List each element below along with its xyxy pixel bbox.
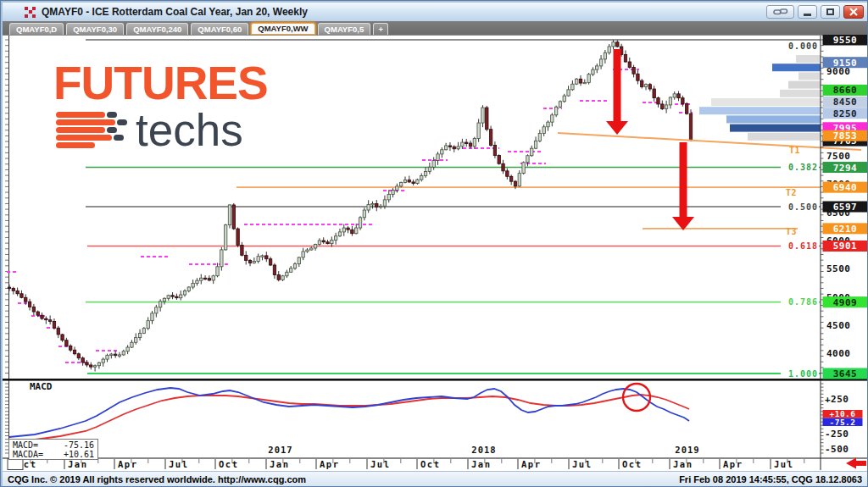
svg-text:2019: 2019 (675, 445, 699, 455)
link-window-icon[interactable] (766, 5, 794, 19)
target-labels: T1T2T3 (786, 146, 800, 236)
copyright-text: CQG Inc. © 2019 All rights reserved worl… (8, 474, 306, 484)
session-timestamp: Fri Feb 08 2019 14:45:55, CQG 18.12.8063 (679, 474, 862, 484)
svg-text:T1: T1 (789, 146, 800, 155)
volume-profile-bar (788, 81, 821, 89)
macd-lines (9, 384, 689, 441)
svg-text:Oct: Oct (622, 459, 642, 469)
volume-profile-bar (780, 90, 821, 97)
red-down-arrow (672, 142, 694, 230)
cqg-app-icon (25, 7, 36, 18)
macd-label-1: MACD= (13, 440, 38, 450)
svg-text:-500: -500 (825, 444, 849, 455)
fib-label-0.382: 0.382 (781, 163, 819, 173)
price-badge-9550: 9550 (823, 35, 868, 46)
svg-text:0.786: 0.786 (788, 297, 818, 307)
macd-badge--75.2: -75.2 (823, 418, 863, 427)
svg-text:Jul: Jul (774, 459, 793, 469)
price-badge-6597: 6597 (823, 202, 868, 213)
window-title: QMAYF0 - ICE Rotterdam Coal Cal Year, Ja… (42, 6, 308, 18)
tab-qmayf0-d[interactable]: QMAYF0,D (9, 23, 64, 35)
fib-level-lines (86, 40, 821, 374)
macd-value-tooltip: MACD= -75.16 MACDA= +10.61 (8, 439, 98, 460)
price-badge-5901: 5901 (823, 241, 868, 252)
volume-profile-bar (772, 64, 821, 71)
panel-separator (3, 379, 867, 381)
macd-average-line (9, 395, 689, 441)
svg-text:Jul: Jul (572, 459, 592, 469)
svg-text:Oct: Oct (420, 459, 440, 469)
svg-text:4000: 4000 (826, 348, 851, 359)
fib-label-0.786: 0.786 (781, 297, 819, 307)
svg-text:6210: 6210 (833, 224, 858, 235)
svg-text:3645: 3645 (833, 368, 858, 379)
svg-text:0.618: 0.618 (788, 241, 818, 251)
svg-text:7294: 7294 (833, 163, 858, 174)
tab-qmayf0-30[interactable]: QMAYF0,30 (66, 23, 124, 35)
fib-label-1.000: 1.000 (781, 368, 819, 379)
chart-client-area: FUTURES techs 90007500700065006000550050… (3, 35, 867, 471)
svg-text:-250: -250 (825, 429, 849, 440)
price-badge-3645: 3645 (823, 368, 868, 380)
svg-text:+250: +250 (825, 394, 849, 405)
x-axis: OctJanAprJulOctJanAprJulOctJanAprJulOctJ… (14, 445, 804, 469)
status-bar: CQG Inc. © 2019 All rights reserved worl… (3, 471, 867, 486)
svg-text:0.500: 0.500 (788, 202, 818, 212)
svg-text:9150: 9150 (833, 58, 858, 69)
svg-text:Jan: Jan (68, 459, 87, 469)
macd-scale: +250-250-500+10.6-75.2 (823, 394, 863, 455)
svg-text:Oct: Oct (219, 459, 238, 469)
svg-text:-75.2: -75.2 (829, 418, 855, 427)
svg-text:Jan: Jan (673, 459, 693, 469)
chart-tab-bar: QMAYF0,DQMAYF0,30QMAYF0,240QMAYF0,60QMAY… (3, 21, 867, 35)
fib-label-0.618: 0.618 (781, 241, 819, 251)
svg-text:5901: 5901 (833, 241, 858, 252)
macd-value-1: -75.16 (64, 440, 94, 450)
svg-text:Apr: Apr (118, 459, 137, 469)
svg-text:8660: 8660 (833, 85, 858, 96)
price-badge-8250: 8250 (823, 108, 868, 119)
volume-profile-bar (796, 55, 821, 63)
fib-label-0.500: 0.500 (781, 202, 819, 212)
svg-text:0.000: 0.000 (788, 42, 818, 51)
restore-button[interactable] (821, 5, 840, 19)
svg-text:Apr: Apr (723, 459, 743, 469)
resistance-lines (236, 187, 821, 229)
app-window: QMAYF0 - ICE Rotterdam Coal Cal Year, Ja… (0, 0, 868, 487)
fib-label-0.000: 0.000 (781, 41, 819, 51)
svg-text:1.000: 1.000 (788, 369, 818, 379)
price-badge-8660: 8660 (823, 85, 868, 97)
svg-text:7853: 7853 (833, 130, 858, 141)
svg-text:6597: 6597 (833, 202, 858, 213)
title-bar[interactable]: QMAYF0 - ICE Rotterdam Coal Cal Year, Ja… (3, 3, 867, 21)
volume-profile-bar (730, 125, 821, 132)
svg-text:T2: T2 (786, 188, 797, 197)
tab-qmayf0-5[interactable]: QMAYF0,5 (318, 23, 371, 35)
price-badge-4909: 4909 (823, 296, 868, 308)
tab-qmayf0-ww[interactable]: QMAYF0,WW (251, 23, 314, 35)
price-badge-6940: 6940 (823, 182, 868, 194)
svg-text:Jul: Jul (370, 459, 390, 469)
svg-text:0.382: 0.382 (788, 163, 818, 172)
scroll-right-edge-arrow-icon (846, 458, 866, 469)
macd-line (9, 388, 689, 437)
close-button[interactable] (843, 5, 864, 19)
add-tab-button[interactable]: + (373, 23, 388, 35)
svg-text:8250: 8250 (833, 108, 858, 119)
svg-text:Jan: Jan (471, 459, 491, 469)
axis-empty-label-box (8, 459, 23, 470)
svg-text:T3: T3 (786, 227, 797, 236)
minimize-button[interactable] (798, 5, 817, 19)
tab-qmayf0-240[interactable]: QMAYF0,240 (126, 23, 188, 35)
tab-qmayf0-60[interactable]: QMAYF0,60 (191, 23, 248, 35)
volume-profile (699, 55, 821, 141)
svg-text:Apr: Apr (320, 459, 339, 469)
svg-text:4909: 4909 (833, 297, 858, 308)
svg-text:8450: 8450 (833, 97, 858, 108)
svg-text:Jul: Jul (169, 459, 188, 469)
svg-text:Apr: Apr (521, 459, 541, 469)
volume-profile-bar (726, 115, 821, 123)
chart-canvas[interactable]: 9000750070006500600055005000450040009550… (3, 35, 867, 471)
svg-text:2018: 2018 (471, 445, 496, 455)
volume-profile-bar (699, 107, 821, 114)
